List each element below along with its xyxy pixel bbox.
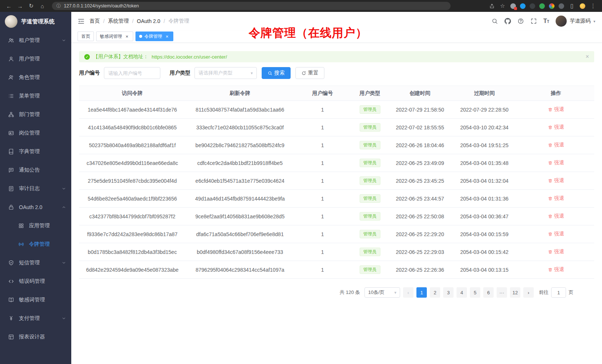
sidebar-item-tenant[interactable]: 租户管理: [0, 31, 71, 50]
extension-icon[interactable]: [559, 3, 564, 9]
sidebar-item-user[interactable]: 用户管理: [0, 50, 71, 68]
force-logout-button[interactable]: 强退: [548, 124, 564, 130]
browser-menu-icon[interactable]: ⋮: [589, 1, 597, 10]
bookmark-star-icon[interactable]: ☆: [499, 1, 506, 10]
force-logout-button[interactable]: 强退: [548, 159, 564, 166]
extension-icon[interactable]: [520, 3, 526, 9]
tab-1[interactable]: 首页: [78, 32, 94, 41]
reset-button[interactable]: 重置: [295, 67, 324, 79]
browser-refresh-button[interactable]: ↻: [26, 1, 36, 10]
browser-back-button[interactable]: ←: [4, 1, 14, 10]
sidebar-item-app[interactable]: 应用管理: [0, 216, 71, 235]
extension-icon[interactable]: [549, 3, 554, 9]
app-logo[interactable]: 芋道管理系统: [0, 12, 71, 31]
search-button[interactable]: 搜索: [262, 67, 291, 79]
cell-created-time: 2022-07-29 21:58:50: [389, 101, 451, 119]
tab-close-icon[interactable]: ×: [124, 34, 130, 39]
breadcrumb-item[interactable]: 首页: [89, 18, 100, 24]
sidebar-item-sms[interactable]: 短信管理: [0, 254, 71, 272]
force-logout-button[interactable]: 强退: [548, 248, 564, 255]
next-page-button[interactable]: ›: [523, 287, 534, 298]
sidebar-item-dict[interactable]: 字典管理: [0, 142, 71, 161]
extension-icon[interactable]: [510, 3, 516, 9]
tab-2[interactable]: 敏感词管理 ×: [96, 32, 133, 41]
cell-created-time: 2022-06-25 22:50:08: [389, 208, 451, 225]
user-type-select[interactable]: 请选择用户类型 ▾: [194, 67, 257, 79]
sidebar-item-oauth[interactable]: OAuth 2.0: [0, 198, 71, 216]
column-header: 用户编号: [294, 86, 351, 101]
logo-avatar: [5, 15, 17, 28]
force-logout-button[interactable]: 强退: [548, 106, 564, 113]
force-logout-button[interactable]: 强退: [548, 142, 564, 148]
search-icon: [268, 71, 272, 76]
goto-page-input[interactable]: [551, 287, 566, 298]
user-id-input[interactable]: [104, 67, 160, 79]
sidebar-item-report[interactable]: 报表设计器: [0, 328, 71, 346]
page-button[interactable]: 1: [416, 287, 427, 298]
cell-user-type: 管理员: [351, 225, 389, 243]
sidebar-item-token[interactable]: 令牌管理: [0, 235, 71, 254]
page-button[interactable]: 4: [457, 287, 467, 298]
sidebar-item-dept[interactable]: 部门管理: [0, 105, 71, 124]
sidebar-item-word[interactable]: 敏感词管理: [0, 291, 71, 309]
page-ellipsis-button[interactable]: ···: [497, 287, 507, 298]
cell-created-time: 2022-06-25 22:29:03: [389, 243, 451, 261]
font-size-icon[interactable]: TT: [543, 18, 549, 24]
cell-expire-time: 2054-03-04 00:13:15: [451, 261, 518, 279]
force-logout-button[interactable]: 强退: [548, 195, 564, 202]
cell-actions: 强退: [518, 101, 594, 119]
breadcrumb-item[interactable]: 系统管理: [108, 18, 129, 24]
site-info-icon[interactable]: ⓘ: [56, 3, 61, 9]
sidebar-item-menu-list[interactable]: 菜单管理: [0, 87, 71, 105]
sidebar-item-log[interactable]: 审计日志: [0, 179, 71, 198]
sidebar-item-role[interactable]: 角色管理: [0, 68, 71, 87]
collapse-menu-icon[interactable]: [71, 18, 89, 25]
force-logout-button[interactable]: 强退: [548, 231, 564, 237]
page-button[interactable]: 12: [510, 287, 520, 298]
force-logout-button[interactable]: 强退: [548, 266, 564, 273]
extension-icon[interactable]: [539, 3, 545, 9]
address-bar[interactable]: ⓘ 127.0.0.1:1024/system/oauth2/token: [52, 2, 451, 10]
sidebar-panel-icon[interactable]: ▯: [568, 1, 576, 10]
sidebar-item-errcode[interactable]: 错误码管理: [0, 272, 71, 291]
user-type-badge: 管理员: [360, 248, 380, 257]
dept-icon: [8, 112, 14, 118]
sidebar-item-pay[interactable]: 支付管理: [0, 309, 71, 328]
help-icon[interactable]: [517, 18, 524, 24]
github-icon[interactable]: [504, 18, 511, 24]
page-button[interactable]: 3: [443, 287, 454, 298]
cell-refresh-token: cdfc4ce9c2da4bb1bdf21b9918ff4be5: [186, 154, 294, 172]
page-button[interactable]: 6: [483, 287, 494, 298]
alert-close-icon[interactable]: ×: [586, 54, 589, 60]
share-icon[interactable]: [489, 3, 495, 9]
browser-profile-avatar[interactable]: [580, 3, 585, 9]
page-size-select[interactable]: 10条/页 ▾: [364, 287, 400, 298]
extension-icon[interactable]: [530, 3, 535, 9]
chevron-down-icon: ▾: [394, 290, 396, 295]
log-icon: [8, 186, 14, 192]
browser-home-button[interactable]: ⌂: [37, 1, 48, 10]
sidebar-item-post[interactable]: 岗位管理: [0, 124, 71, 142]
user-type-label: 用户类型: [170, 70, 190, 76]
force-logout-button[interactable]: 强退: [548, 213, 564, 219]
page-button[interactable]: 2: [430, 287, 440, 298]
sidebar-item-notice[interactable]: 通知公告: [0, 161, 71, 179]
tab-close-icon[interactable]: ×: [164, 34, 170, 39]
docs-link[interactable]: https://doc.iocoder.cn/user-center/: [152, 54, 227, 60]
breadcrumb: 首页/系统管理/OAuth 2.0/令牌管理: [89, 18, 189, 24]
column-header: 操作: [518, 86, 594, 101]
breadcrumb-item[interactable]: 令牌管理: [169, 18, 189, 24]
breadcrumb-item[interactable]: OAuth 2.0: [137, 18, 160, 24]
page-button[interactable]: 5: [470, 287, 480, 298]
tab-3[interactable]: 令牌管理 ×: [135, 32, 173, 41]
cell-refresh-token: 811c530487574fa0af1a59d3abc1aa66: [186, 101, 294, 119]
fullscreen-icon[interactable]: [530, 18, 537, 24]
force-logout-button[interactable]: 强退: [548, 177, 564, 184]
user-menu[interactable]: 芋道源码 ▾: [556, 16, 595, 27]
prev-page-button[interactable]: ‹: [403, 287, 413, 298]
browser-forward-button[interactable]: →: [15, 1, 25, 10]
cell-created-time: 2022-06-25 23:49:09: [389, 154, 451, 172]
post-icon: [8, 130, 14, 136]
tab-active-dot: [139, 35, 142, 38]
search-icon[interactable]: [491, 18, 498, 24]
